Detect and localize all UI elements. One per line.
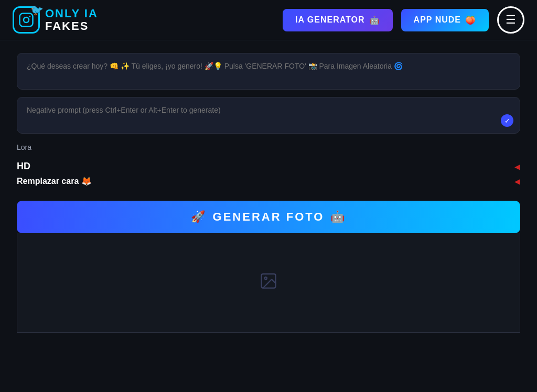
prompt-input[interactable]	[27, 62, 510, 79]
logo-fakes: FAKES	[45, 20, 98, 32]
prompt-box[interactable]	[17, 53, 520, 90]
negative-prompt-box[interactable]: ✓	[17, 97, 520, 134]
hd-triangle-icon: ◀	[514, 162, 520, 171]
generate-robot-emoji: 🤖	[330, 210, 346, 224]
image-placeholder-icon	[259, 271, 278, 294]
logo-text: ONLY IA FAKES	[45, 7, 98, 32]
lora-label: Lora	[17, 143, 520, 151]
header: 🐦 ONLY IA FAKES IA GENERATOR 🤖 APP NUDE …	[0, 0, 537, 40]
generate-button[interactable]: 🚀 GENERAR FOTO 🤖	[17, 201, 520, 233]
app-nude-label: APP NUDE	[414, 15, 461, 25]
logo-icon: 🐦	[13, 6, 40, 34]
hd-label: HD	[17, 161, 30, 172]
header-nav: IA GENERATOR 🤖 APP NUDE 🍑 ☰	[283, 6, 524, 34]
logo: 🐦 ONLY IA FAKES	[13, 6, 98, 34]
ia-generator-label: IA GENERATOR	[295, 15, 365, 25]
replace-face-option[interactable]: Remplazar cara 🦊 ◀	[17, 176, 520, 186]
image-result-area	[17, 233, 520, 333]
replace-face-label: Remplazar cara 🦊	[17, 176, 92, 186]
options-row: HD ◀ Remplazar cara 🦊 ◀	[17, 161, 520, 186]
ia-generator-emoji: 🤖	[369, 15, 380, 25]
svg-point-4	[265, 277, 267, 280]
menu-icon: ☰	[506, 13, 516, 27]
logo-only-ia: ONLY IA	[45, 7, 98, 20]
hd-option[interactable]: HD ◀	[17, 161, 520, 172]
generate-label: GENERAR FOTO	[213, 210, 325, 224]
svg-point-1	[24, 17, 29, 23]
ia-generator-button[interactable]: IA GENERATOR 🤖	[283, 9, 393, 31]
app-nude-button[interactable]: APP NUDE 🍑	[401, 9, 489, 31]
confirm-icon[interactable]: ✓	[501, 114, 513, 127]
negative-prompt-input[interactable]	[27, 106, 510, 123]
menu-button[interactable]: ☰	[497, 6, 524, 34]
generate-rocket-emoji: 🚀	[191, 210, 207, 224]
bird-emoji: 🐦	[30, 4, 44, 16]
app-nude-emoji: 🍑	[465, 15, 476, 25]
replace-face-triangle-icon: ◀	[514, 177, 520, 186]
main-content: ✓ Lora HD ◀ Remplazar cara 🦊 ◀ 🚀 GENERAR…	[0, 40, 537, 345]
